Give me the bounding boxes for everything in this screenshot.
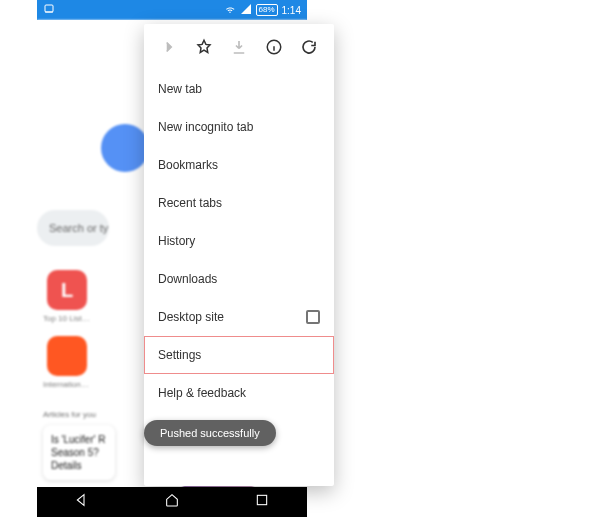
menu-item-label: Bookmarks	[158, 158, 218, 172]
menu-downloads[interactable]: Downloads	[144, 260, 334, 298]
notification-icon	[43, 3, 55, 17]
menu-item-label: Settings	[158, 348, 201, 362]
tile-caption: International…	[43, 380, 91, 389]
wifi-icon	[224, 3, 236, 17]
tile-icon-dot	[47, 336, 87, 376]
menu-help-feedback[interactable]: Help & feedback	[144, 374, 334, 412]
status-clock: 1:14	[282, 5, 301, 16]
search-placeholder: Search or ty	[49, 222, 108, 234]
tile-icon-L: L	[47, 270, 87, 310]
android-nav-bar	[37, 487, 307, 517]
battery-level: 68%	[256, 4, 278, 16]
menu-item-label: Downloads	[158, 272, 217, 286]
menu-desktop-site[interactable]: Desktop site	[144, 298, 334, 336]
menu-bookmarks[interactable]: Bookmarks	[144, 146, 334, 184]
menu-item-label: History	[158, 234, 195, 248]
menu-item-label: Desktop site	[158, 310, 224, 324]
svg-rect-2	[257, 495, 266, 504]
recents-nav-icon[interactable]	[254, 492, 270, 512]
articles-label: Articles for you	[43, 410, 96, 419]
menu-item-label: New incognito tab	[158, 120, 253, 134]
menu-new-incognito-tab[interactable]: New incognito tab	[144, 108, 334, 146]
toast: Pushed successfully	[144, 420, 276, 446]
back-nav-icon[interactable]	[74, 492, 90, 512]
status-bar: 68% 1:14	[37, 0, 307, 20]
reload-button[interactable]	[296, 34, 322, 60]
bookmark-star-button[interactable]	[191, 34, 217, 60]
menu-history[interactable]: History	[144, 222, 334, 260]
desktop-site-checkbox[interactable]	[306, 310, 320, 324]
menu-item-label: New tab	[158, 82, 202, 96]
download-button[interactable]	[226, 34, 252, 60]
article-headline: Is 'Lucifer' R Season 5? Details	[51, 434, 105, 471]
menu-settings[interactable]: Settings	[144, 336, 334, 374]
phone-frame: 68% 1:14 Search or ty L Top 10 Lists… In…	[37, 0, 307, 517]
signal-icon	[240, 3, 252, 17]
toast-text: Pushed successfully	[160, 427, 260, 439]
tile-caption: Top 10 Lists…	[43, 314, 91, 323]
menu-recent-tabs[interactable]: Recent tabs	[144, 184, 334, 222]
menu-icon-row	[144, 24, 334, 66]
menu-list: New tab New incognito tab Bookmarks Rece…	[144, 66, 334, 412]
info-button[interactable]	[261, 34, 287, 60]
suggestion-tile-1[interactable]: L Top 10 Lists…	[43, 270, 91, 323]
search-input[interactable]: Search or ty	[37, 210, 109, 246]
menu-item-label: Help & feedback	[158, 386, 246, 400]
overflow-menu: New tab New incognito tab Bookmarks Rece…	[144, 24, 334, 486]
google-logo-circle	[101, 124, 149, 172]
home-nav-icon[interactable]	[164, 492, 180, 512]
forward-button[interactable]	[156, 34, 182, 60]
article-card[interactable]: Is 'Lucifer' R Season 5? Details	[43, 425, 115, 480]
suggestion-tile-2[interactable]: International…	[43, 336, 91, 389]
svg-rect-0	[45, 5, 53, 12]
menu-new-tab[interactable]: New tab	[144, 70, 334, 108]
menu-item-label: Recent tabs	[158, 196, 222, 210]
